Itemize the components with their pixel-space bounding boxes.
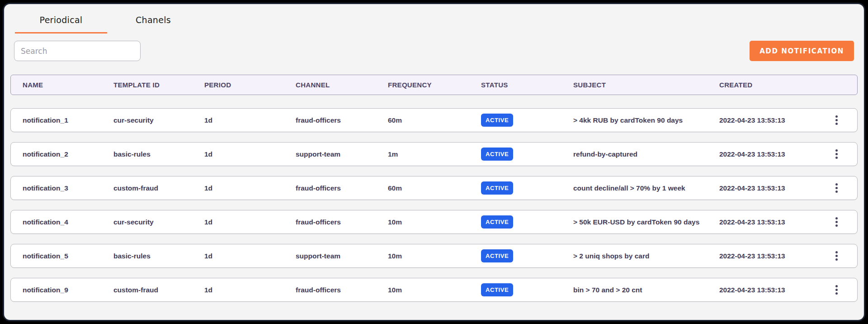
cell-channel: fraud-officers	[296, 218, 388, 226]
kebab-dot	[835, 285, 838, 287]
table-row: notification_1 cur-security 1d fraud-off…	[10, 108, 858, 132]
status-badge: ACTIVE	[481, 114, 513, 127]
column-header-frequency: FREQUENCY	[388, 81, 481, 89]
cell-template-id: cur-security	[113, 218, 204, 226]
column-header-subject: SUBJECT	[573, 81, 719, 89]
cell-created: 2022-04-23 13:53:13	[719, 184, 824, 192]
cell-frequency: 10m	[388, 286, 481, 294]
cell-created: 2022-04-23 13:53:13	[719, 150, 824, 158]
cell-channel: support-team	[296, 150, 388, 158]
cell-period: 1d	[204, 252, 296, 260]
kebab-menu-icon[interactable]	[829, 248, 845, 264]
table-row: notification_3 custom-fraud 1d fraud-off…	[10, 176, 858, 200]
cell-frequency: 60m	[388, 184, 481, 192]
status-badge: ACTIVE	[481, 249, 513, 262]
cell-status: ACTIVE	[481, 215, 573, 229]
cell-period: 1d	[204, 150, 296, 158]
kebab-dot	[835, 251, 838, 253]
cell-status: ACTIVE	[481, 181, 573, 195]
notifications-panel: Periodical Chanels ADD NOTIFICATION NAME…	[3, 3, 865, 321]
kebab-dot	[835, 292, 838, 295]
table-header-row: NAME TEMPLATE ID PERIOD CHANNEL FREQUENC…	[10, 75, 858, 95]
cell-status: ACTIVE	[481, 283, 573, 296]
kebab-dot	[835, 221, 838, 223]
cell-period: 1d	[204, 286, 296, 294]
cell-name: notification_5	[23, 252, 113, 260]
kebab-dot	[835, 224, 838, 227]
column-header-created: CREATED	[719, 81, 824, 89]
cell-channel: support-team	[296, 252, 388, 260]
cell-name: notification_1	[23, 116, 113, 124]
cell-channel: fraud-officers	[296, 116, 388, 124]
toolbar: ADD NOTIFICATION	[10, 41, 858, 61]
cell-channel: fraud-officers	[296, 184, 388, 192]
kebab-dot	[835, 183, 838, 186]
cell-template-id: basic-rules	[113, 252, 204, 260]
status-badge: ACTIVE	[481, 215, 513, 229]
cell-period: 1d	[204, 116, 296, 124]
cell-status: ACTIVE	[481, 114, 573, 127]
status-badge: ACTIVE	[481, 283, 513, 296]
cell-template-id: cur-security	[113, 116, 204, 124]
cell-subject: > 50k EUR-USD by cardToken 90 days	[573, 218, 719, 226]
kebab-dot	[835, 153, 838, 155]
kebab-menu-icon[interactable]	[829, 112, 845, 129]
cell-created: 2022-04-23 13:53:13	[719, 116, 824, 124]
cell-name: notification_4	[23, 218, 113, 226]
cell-subject: refund-by-captured	[573, 150, 719, 158]
table-row: notification_4 cur-security 1d fraud-off…	[10, 210, 858, 234]
column-header-template-id: TEMPLATE ID	[113, 81, 204, 89]
table-row: notification_2 basic-rules 1d support-te…	[10, 142, 858, 166]
cell-created: 2022-04-23 13:53:13	[719, 286, 824, 294]
cell-frequency: 10m	[388, 252, 481, 260]
kebab-menu-icon[interactable]	[829, 214, 845, 230]
kebab-dot	[835, 191, 838, 193]
column-header-status: STATUS	[481, 81, 573, 89]
cell-name: notification_9	[23, 286, 113, 294]
cell-subject: > 4kk RUB by cardToken 90 days	[573, 116, 719, 124]
table-rows: notification_1 cur-security 1d fraud-off…	[10, 108, 858, 302]
cell-status: ACTIVE	[481, 148, 573, 161]
cell-template-id: custom-fraud	[113, 184, 204, 192]
kebab-dot	[835, 187, 838, 189]
kebab-dot	[835, 119, 838, 121]
kebab-dot	[835, 157, 838, 159]
cell-template-id: custom-fraud	[113, 286, 204, 294]
column-header-name: NAME	[23, 81, 113, 89]
tab-bar: Periodical Chanels	[15, 10, 858, 33]
cell-template-id: basic-rules	[113, 150, 204, 158]
kebab-menu-icon[interactable]	[829, 146, 845, 162]
kebab-dot	[835, 255, 838, 257]
cell-frequency: 60m	[388, 116, 481, 124]
cell-subject: count decline/all > 70% by 1 week	[573, 184, 719, 192]
kebab-dot	[835, 258, 838, 261]
status-badge: ACTIVE	[481, 148, 513, 161]
cell-channel: fraud-officers	[296, 286, 388, 294]
cell-status: ACTIVE	[481, 249, 573, 262]
kebab-dot	[835, 289, 838, 291]
cell-subject: bin > 70 and > 20 cnt	[573, 286, 719, 294]
cell-frequency: 1m	[388, 150, 481, 158]
kebab-dot	[835, 123, 838, 125]
add-notification-button[interactable]: ADD NOTIFICATION	[750, 41, 854, 61]
tab-chanels[interactable]: Chanels	[107, 10, 199, 33]
search-input[interactable]	[14, 41, 141, 61]
kebab-menu-icon[interactable]	[829, 282, 845, 298]
column-header-period: PERIOD	[204, 81, 296, 89]
kebab-dot	[835, 217, 838, 219]
cell-name: notification_2	[23, 150, 113, 158]
cell-period: 1d	[204, 184, 296, 192]
status-badge: ACTIVE	[481, 181, 513, 195]
cell-period: 1d	[204, 218, 296, 226]
table-row: notification_9 custom-fraud 1d fraud-off…	[10, 278, 858, 302]
cell-frequency: 10m	[388, 218, 481, 226]
tab-periodical[interactable]: Periodical	[15, 10, 107, 33]
cell-name: notification_3	[23, 184, 113, 192]
cell-created: 2022-04-23 13:53:13	[719, 218, 824, 226]
cell-subject: > 2 uniq shops by card	[573, 252, 719, 260]
kebab-dot	[835, 115, 838, 118]
kebab-dot	[835, 149, 838, 152]
kebab-menu-icon[interactable]	[829, 180, 845, 196]
cell-created: 2022-04-23 13:53:13	[719, 252, 824, 260]
table-row: notification_5 basic-rules 1d support-te…	[10, 244, 858, 268]
